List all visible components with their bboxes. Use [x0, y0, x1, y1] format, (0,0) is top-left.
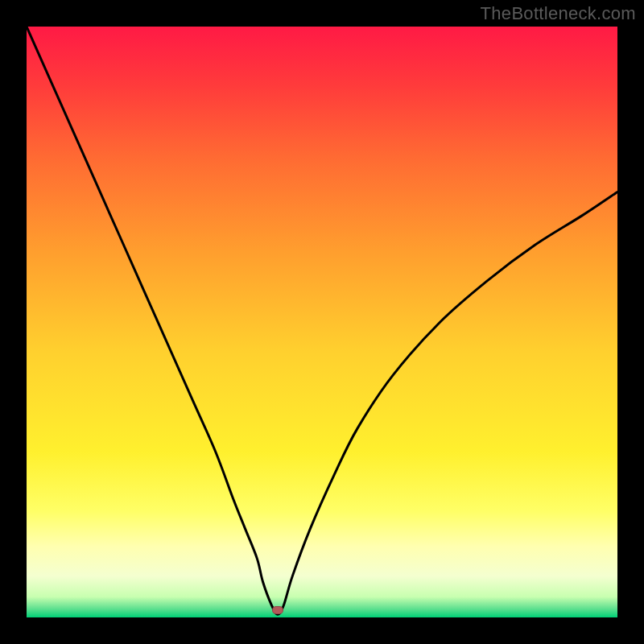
watermark-text: TheBottleneck.com: [481, 3, 636, 24]
chart-svg: [27, 27, 617, 617]
gradient-background: [27, 27, 617, 617]
chart-frame: TheBottleneck.com: [0, 0, 644, 644]
plot-area: [27, 27, 617, 617]
optimal-point-marker: [272, 606, 283, 614]
